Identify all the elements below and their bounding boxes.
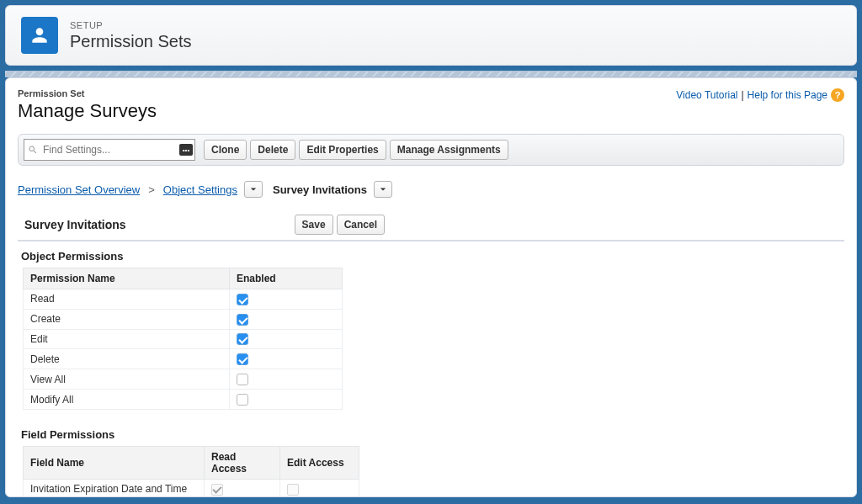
page-title: Manage Surveys (18, 100, 157, 122)
header-title: Permission Sets (70, 32, 192, 51)
breadcrumb: Permission Set Overview > Object Setting… (18, 181, 844, 198)
delete-button[interactable]: Delete (250, 140, 295, 160)
enabled-checkbox[interactable] (237, 294, 248, 305)
enabled-checkbox[interactable] (237, 314, 248, 326)
pattern-band (5, 71, 857, 77)
search-shortcut-icon[interactable]: ••• (179, 144, 193, 156)
table-row: Modify All (24, 390, 343, 410)
permission-name: Read (24, 289, 230, 310)
page-sub: Permission Set (18, 88, 157, 98)
user-icon (21, 17, 58, 54)
objsettings-dropdown[interactable] (244, 181, 263, 198)
permission-name: Edit (24, 329, 230, 349)
enabled-checkbox[interactable] (237, 353, 248, 365)
col-enabled: Enabled (230, 268, 343, 289)
permission-name: Modify All (24, 390, 230, 410)
enabled-checkbox[interactable] (237, 333, 248, 345)
toolbar: ••• Clone Delete Edit Properties Manage … (18, 134, 844, 166)
permission-name: View All (24, 369, 230, 390)
header-sub: SETUP (70, 20, 192, 30)
permission-name: Create (24, 309, 230, 329)
video-tutorial-link[interactable]: Video Tutorial (676, 89, 737, 101)
read-access-checkbox (211, 484, 223, 496)
col-permission-name: Permission Name (24, 268, 230, 289)
table-row: Create (24, 309, 343, 329)
col-read-access: Read Access (205, 446, 280, 479)
table-row: View All (24, 369, 343, 390)
col-field-name: Field Name (24, 446, 205, 479)
divider (18, 240, 844, 241)
table-row: Read (24, 289, 343, 310)
object-permissions-table: Permission Name Enabled ReadCreateEditDe… (23, 268, 343, 410)
search-input[interactable] (24, 139, 195, 161)
help-link[interactable]: Help for this Page (748, 89, 827, 101)
enabled-checkbox[interactable] (237, 394, 248, 406)
section-title: Survey Invitations (24, 218, 126, 231)
edit-properties-button[interactable]: Edit Properties (299, 140, 386, 160)
current-dropdown[interactable] (374, 181, 392, 198)
field-permissions-label: Field Permissions (21, 428, 844, 441)
enabled-checkbox[interactable] (237, 374, 248, 385)
breadcrumb-overview[interactable]: Permission Set Overview (18, 183, 140, 196)
search-icon (28, 145, 38, 155)
object-permissions-label: Object Permissions (21, 250, 844, 263)
clone-button[interactable]: Clone (204, 140, 247, 160)
manage-assignments-button[interactable]: Manage Assignments (390, 140, 508, 160)
permission-name: Delete (24, 349, 230, 369)
help-icon[interactable]: ? (831, 88, 844, 102)
breadcrumb-objsettings[interactable]: Object Settings (163, 183, 237, 196)
table-row: Edit (24, 329, 343, 349)
edit-access-checkbox (287, 484, 299, 496)
field-name: Invitation Expiration Date and Time (24, 479, 205, 497)
breadcrumb-current: Survey Invitations (273, 183, 367, 196)
table-row: Delete (24, 349, 343, 369)
table-row: Invitation Expiration Date and Time (24, 479, 359, 497)
col-edit-access: Edit Access (280, 446, 359, 479)
setup-header: SETUP Permission Sets (5, 5, 857, 66)
save-button[interactable]: Save (295, 215, 333, 235)
field-permissions-table: Field Name Read Access Edit Access Invit… (23, 446, 359, 497)
cancel-button[interactable]: Cancel (337, 215, 385, 235)
